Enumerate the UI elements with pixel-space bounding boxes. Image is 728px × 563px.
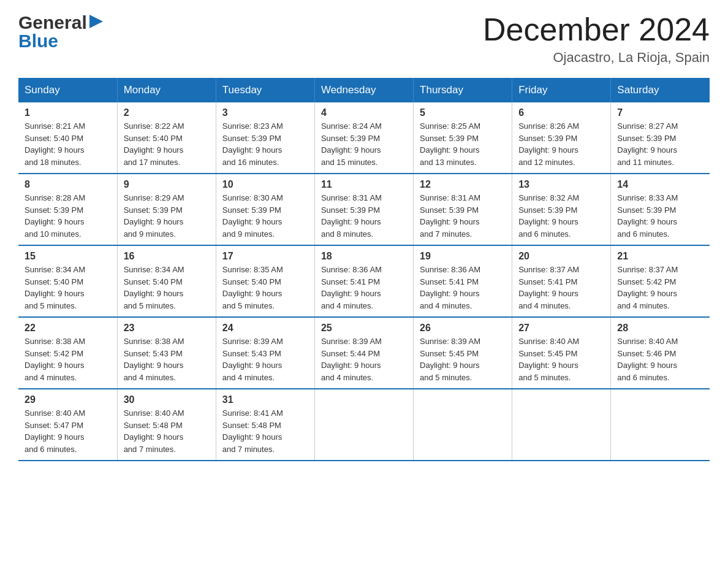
calendar-cell: 26 Sunrise: 8:39 AMSunset: 5:45 PMDaylig… — [414, 317, 512, 389]
calendar-cell: 24 Sunrise: 8:39 AMSunset: 5:43 PMDaylig… — [216, 317, 314, 389]
header-friday: Friday — [512, 78, 611, 102]
day-info: Sunrise: 8:25 AMSunset: 5:39 PMDaylight:… — [420, 120, 506, 168]
day-info: Sunrise: 8:32 AMSunset: 5:39 PMDaylight:… — [518, 192, 604, 240]
calendar-cell: 19 Sunrise: 8:36 AMSunset: 5:41 PMDaylig… — [414, 245, 512, 317]
day-number: 29 — [25, 394, 111, 405]
calendar-cell: 1 Sunrise: 8:21 AMSunset: 5:40 PMDayligh… — [18, 102, 117, 174]
day-info: Sunrise: 8:40 AMSunset: 5:47 PMDaylight:… — [25, 407, 111, 455]
day-info: Sunrise: 8:39 AMSunset: 5:45 PMDaylight:… — [420, 335, 506, 383]
calendar-cell: 16 Sunrise: 8:34 AMSunset: 5:40 PMDaylig… — [117, 245, 216, 317]
day-info: Sunrise: 8:40 AMSunset: 5:46 PMDaylight:… — [617, 335, 703, 383]
day-number: 25 — [321, 323, 407, 334]
day-number: 19 — [420, 251, 506, 262]
day-info: Sunrise: 8:38 AMSunset: 5:43 PMDaylight:… — [124, 335, 210, 383]
calendar-cell: 8 Sunrise: 8:28 AMSunset: 5:39 PMDayligh… — [18, 174, 117, 245]
day-info: Sunrise: 8:31 AMSunset: 5:39 PMDaylight:… — [420, 192, 506, 240]
day-number: 7 — [617, 107, 703, 118]
day-number: 17 — [222, 251, 308, 262]
day-info: Sunrise: 8:23 AMSunset: 5:39 PMDaylight:… — [222, 120, 308, 168]
day-info: Sunrise: 8:30 AMSunset: 5:39 PMDaylight:… — [222, 192, 308, 240]
day-number: 10 — [222, 179, 308, 190]
day-number: 2 — [124, 107, 210, 118]
header-thursday: Thursday — [414, 78, 512, 102]
calendar-cell: 5 Sunrise: 8:25 AMSunset: 5:39 PMDayligh… — [414, 102, 512, 174]
week-row-5: 29 Sunrise: 8:40 AMSunset: 5:47 PMDaylig… — [18, 389, 710, 461]
day-info: Sunrise: 8:31 AMSunset: 5:39 PMDaylight:… — [321, 192, 407, 240]
calendar-header-row: SundayMondayTuesdayWednesdayThursdayFrid… — [18, 78, 710, 102]
calendar-cell — [512, 389, 611, 461]
calendar-cell: 27 Sunrise: 8:40 AMSunset: 5:45 PMDaylig… — [512, 317, 611, 389]
day-number: 1 — [25, 107, 111, 118]
day-number: 14 — [617, 179, 703, 190]
day-info: Sunrise: 8:40 AMSunset: 5:48 PMDaylight:… — [124, 407, 210, 455]
day-info: Sunrise: 8:36 AMSunset: 5:41 PMDaylight:… — [420, 264, 506, 312]
calendar-cell: 6 Sunrise: 8:26 AMSunset: 5:39 PMDayligh… — [512, 102, 611, 174]
calendar-cell: 23 Sunrise: 8:38 AMSunset: 5:43 PMDaylig… — [117, 317, 216, 389]
calendar-cell: 9 Sunrise: 8:29 AMSunset: 5:39 PMDayligh… — [117, 174, 216, 245]
logo: General Blue — [18, 12, 103, 52]
day-info: Sunrise: 8:28 AMSunset: 5:39 PMDaylight:… — [25, 192, 111, 240]
calendar-cell: 31 Sunrise: 8:41 AMSunset: 5:48 PMDaylig… — [216, 389, 314, 461]
day-info: Sunrise: 8:21 AMSunset: 5:40 PMDaylight:… — [25, 120, 111, 168]
day-info: Sunrise: 8:41 AMSunset: 5:48 PMDaylight:… — [222, 407, 308, 455]
calendar-cell: 18 Sunrise: 8:36 AMSunset: 5:41 PMDaylig… — [314, 245, 413, 317]
calendar-cell: 11 Sunrise: 8:31 AMSunset: 5:39 PMDaylig… — [314, 174, 413, 245]
day-number: 18 — [321, 251, 407, 262]
header-tuesday: Tuesday — [216, 78, 314, 102]
calendar-cell: 3 Sunrise: 8:23 AMSunset: 5:39 PMDayligh… — [216, 102, 314, 174]
day-info: Sunrise: 8:34 AMSunset: 5:40 PMDaylight:… — [124, 264, 210, 312]
day-number: 13 — [518, 179, 604, 190]
calendar-cell: 13 Sunrise: 8:32 AMSunset: 5:39 PMDaylig… — [512, 174, 611, 245]
day-number: 6 — [518, 107, 604, 118]
day-number: 22 — [25, 323, 111, 334]
day-info: Sunrise: 8:26 AMSunset: 5:39 PMDaylight:… — [518, 120, 604, 168]
day-number: 8 — [25, 179, 111, 190]
day-number: 5 — [420, 107, 506, 118]
day-number: 15 — [25, 251, 111, 262]
day-info: Sunrise: 8:36 AMSunset: 5:41 PMDaylight:… — [321, 264, 407, 312]
day-number: 9 — [124, 179, 210, 190]
calendar-cell: 14 Sunrise: 8:33 AMSunset: 5:39 PMDaylig… — [611, 174, 710, 245]
header-wednesday: Wednesday — [314, 78, 413, 102]
logo-arrow-icon — [89, 15, 103, 28]
calendar-cell: 22 Sunrise: 8:38 AMSunset: 5:42 PMDaylig… — [18, 317, 117, 389]
day-info: Sunrise: 8:35 AMSunset: 5:40 PMDaylight:… — [222, 264, 308, 312]
day-number: 26 — [420, 323, 506, 334]
calendar-cell: 21 Sunrise: 8:37 AMSunset: 5:42 PMDaylig… — [611, 245, 710, 317]
day-info: Sunrise: 8:24 AMSunset: 5:39 PMDaylight:… — [321, 120, 407, 168]
day-info: Sunrise: 8:38 AMSunset: 5:42 PMDaylight:… — [25, 335, 111, 383]
header-monday: Monday — [117, 78, 216, 102]
logo-general-text: General — [18, 12, 87, 33]
logo-blue-text: Blue — [18, 31, 58, 52]
header-saturday: Saturday — [611, 78, 710, 102]
day-number: 20 — [518, 251, 604, 262]
calendar-cell: 25 Sunrise: 8:39 AMSunset: 5:44 PMDaylig… — [314, 317, 413, 389]
header-sunday: Sunday — [18, 78, 117, 102]
day-number: 23 — [124, 323, 210, 334]
calendar-cell: 7 Sunrise: 8:27 AMSunset: 5:39 PMDayligh… — [611, 102, 710, 174]
day-info: Sunrise: 8:34 AMSunset: 5:40 PMDaylight:… — [25, 264, 111, 312]
calendar-cell: 17 Sunrise: 8:35 AMSunset: 5:40 PMDaylig… — [216, 245, 314, 317]
calendar-cell — [414, 389, 512, 461]
day-info: Sunrise: 8:40 AMSunset: 5:45 PMDaylight:… — [518, 335, 604, 383]
day-number: 31 — [222, 394, 308, 405]
day-number: 16 — [124, 251, 210, 262]
day-info: Sunrise: 8:29 AMSunset: 5:39 PMDaylight:… — [124, 192, 210, 240]
calendar-cell: 29 Sunrise: 8:40 AMSunset: 5:47 PMDaylig… — [18, 389, 117, 461]
day-info: Sunrise: 8:27 AMSunset: 5:39 PMDaylight:… — [617, 120, 703, 168]
calendar-cell: 4 Sunrise: 8:24 AMSunset: 5:39 PMDayligh… — [314, 102, 413, 174]
week-row-4: 22 Sunrise: 8:38 AMSunset: 5:42 PMDaylig… — [18, 317, 710, 389]
week-row-2: 8 Sunrise: 8:28 AMSunset: 5:39 PMDayligh… — [18, 174, 710, 245]
day-number: 21 — [617, 251, 703, 262]
calendar-cell — [314, 389, 413, 461]
day-info: Sunrise: 8:33 AMSunset: 5:39 PMDaylight:… — [617, 192, 703, 240]
day-number: 11 — [321, 179, 407, 190]
calendar-cell: 15 Sunrise: 8:34 AMSunset: 5:40 PMDaylig… — [18, 245, 117, 317]
day-info: Sunrise: 8:22 AMSunset: 5:40 PMDaylight:… — [124, 120, 210, 168]
day-info: Sunrise: 8:39 AMSunset: 5:43 PMDaylight:… — [222, 335, 308, 383]
week-row-1: 1 Sunrise: 8:21 AMSunset: 5:40 PMDayligh… — [18, 102, 710, 174]
day-number: 27 — [518, 323, 604, 334]
calendar-cell: 2 Sunrise: 8:22 AMSunset: 5:40 PMDayligh… — [117, 102, 216, 174]
day-number: 4 — [321, 107, 407, 118]
day-number: 30 — [124, 394, 210, 405]
